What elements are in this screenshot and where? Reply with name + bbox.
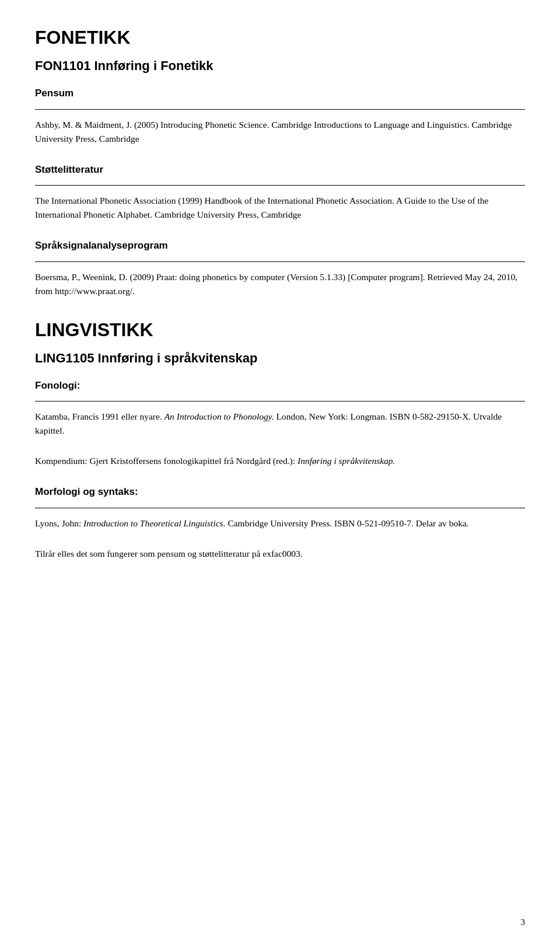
morfologi-label: Morfologi og syntaks: bbox=[35, 484, 525, 500]
fonologi-text: Katamba, Francis 1991 eller nyare. An In… bbox=[35, 410, 525, 438]
tilrar-text: Tilrår elles det som fungerer som pensum… bbox=[35, 547, 525, 561]
morfologi-italic: Introduction to Theoretical Linguistics. bbox=[83, 518, 225, 528]
morfologi-divider bbox=[35, 508, 525, 508]
lingvistikk-section: LINGVISTIKK LING1105 Innføring i språkvi… bbox=[35, 316, 525, 561]
kompendium-text: Kompendium: Gjert Kristoffersens fonolog… bbox=[35, 454, 525, 468]
morfologi-text: Lyons, John: Introduction to Theoretical… bbox=[35, 516, 525, 530]
morfologi-text1: Lyons, John: bbox=[35, 518, 81, 528]
fonetikk-main-title: FONETIKK bbox=[35, 23, 525, 51]
fonologi-label: Fonologi: bbox=[35, 378, 525, 393]
pensum-divider bbox=[35, 109, 525, 110]
fonetikk-section: FONETIKK FON1101 Innføring i Fonetikk Pe… bbox=[35, 23, 525, 298]
pensum-label: Pensum bbox=[35, 86, 525, 101]
lingvistikk-course-title: LING1105 Innføring i språkvitenskap bbox=[35, 348, 525, 368]
fonologi-italic: An Introduction to Phonology. bbox=[164, 411, 274, 421]
page-number: 3 bbox=[521, 916, 526, 929]
morfologi-text2: Cambridge University Press. ISBN 0-521-0… bbox=[228, 518, 468, 528]
kompendium-text-main: Kompendium: Gjert Kristoffersens fonolog… bbox=[35, 456, 295, 466]
fonologi-text1: Katamba, Francis 1991 eller nyare. bbox=[35, 411, 162, 421]
stotte-divider bbox=[35, 185, 525, 186]
spraksignal-text1: Boersma, P., Weenink, D. (2009) Praat: d… bbox=[35, 270, 525, 298]
stottelitteratur-label: Støttelitteratur bbox=[35, 162, 525, 177]
spraksignal-label: Språksignalanalyseprogram bbox=[35, 238, 525, 253]
stotte-text1: The International Phonetic Association (… bbox=[35, 194, 525, 222]
lingvistikk-main-title: LINGVISTIKK bbox=[35, 316, 525, 344]
kompendium-italic: Innføring i språkvitenskap. bbox=[298, 456, 395, 466]
fonetikk-course-title: FON1101 Innføring i Fonetikk bbox=[35, 56, 525, 75]
spraksignal-divider bbox=[35, 261, 525, 262]
fonologi-divider bbox=[35, 401, 525, 402]
pensum-text1: Ashby, M. & Maidment, J. (2005) Introduc… bbox=[35, 118, 525, 146]
